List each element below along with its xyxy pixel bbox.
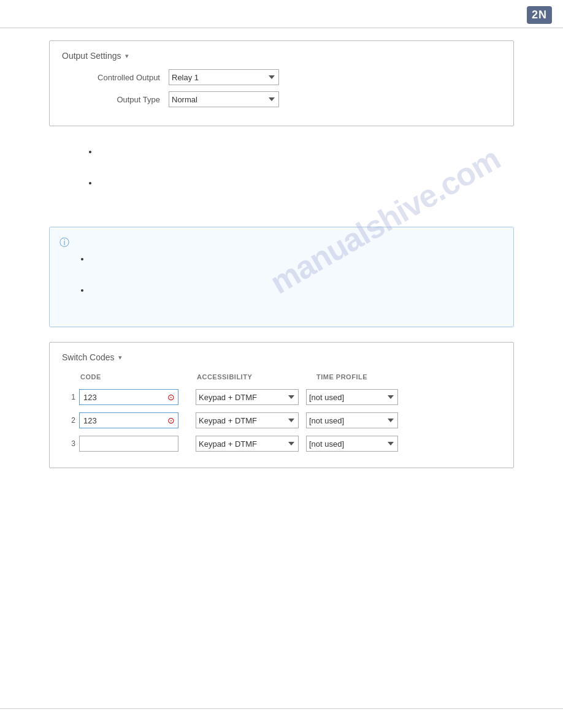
switch-codes-label: Switch Codes <box>62 352 115 362</box>
code-input-wrapper-2: ⊙ <box>79 412 178 428</box>
code-input-2[interactable] <box>79 412 178 428</box>
bullet-item-1 <box>98 147 514 156</box>
time-profile-select-1[interactable]: [not used] Profile 1 Profile 2 <box>306 389 398 405</box>
output-type-select[interactable]: Normal Inverted Bistable <box>169 91 279 107</box>
bullet-item-2 <box>98 178 514 188</box>
table-row: 1 ⊙ Keypad + DTMF Keypad only DTMF only … <box>62 385 501 409</box>
accessibility-select-1[interactable]: Keypad + DTMF Keypad only DTMF only <box>196 389 299 405</box>
controlled-output-select-wrapper: Relay 1 Relay 2 Output 1 <box>169 69 279 85</box>
code-input-3[interactable] <box>79 436 178 452</box>
table-header: CODE ACCESSIBILITY TIME PROFILE <box>62 371 501 385</box>
bullet-list <box>86 147 514 188</box>
time-profile-select-3[interactable]: [not used] Profile 1 Profile 2 <box>306 436 398 452</box>
info-list <box>59 254 504 295</box>
table-row: 2 ⊙ Keypad + DTMF Keypad only DTMF only … <box>62 409 501 432</box>
table-row: 3 Keypad + DTMF Keypad only DTMF only [n… <box>62 432 501 455</box>
row-number-3: 3 <box>62 439 79 448</box>
info-item-1 <box>90 254 504 264</box>
bullet-area <box>49 141 514 216</box>
output-settings-title[interactable]: Output Settings ▾ <box>62 51 501 61</box>
main-content: Output Settings ▾ Controlled Output Rela… <box>0 28 563 495</box>
switch-codes-chevron: ▾ <box>118 354 122 362</box>
controlled-output-select[interactable]: Relay 1 Relay 2 Output 1 <box>169 69 279 85</box>
col-time-profile-header: TIME PROFILE <box>316 373 427 381</box>
code-input-wrapper-3 <box>79 436 178 452</box>
controlled-output-row: Controlled Output Relay 1 Relay 2 Output… <box>62 69 501 85</box>
output-type-row: Output Type Normal Inverted Bistable <box>62 91 501 107</box>
row-number-2: 2 <box>62 416 79 425</box>
output-settings-section: Output Settings ▾ Controlled Output Rela… <box>49 40 514 126</box>
output-settings-chevron: ▾ <box>125 52 129 60</box>
warning-icon-1: ⊙ <box>167 392 175 402</box>
controlled-output-label: Controlled Output <box>62 73 160 82</box>
info-icon: ⓘ <box>59 237 69 249</box>
output-type-select-wrapper: Normal Inverted Bistable <box>169 91 279 107</box>
warning-icon-2: ⊙ <box>167 415 175 425</box>
code-input-wrapper-1: ⊙ <box>79 389 178 405</box>
row-number-1: 1 <box>62 393 79 401</box>
output-type-label: Output Type <box>62 95 160 104</box>
code-input-1[interactable] <box>79 389 178 405</box>
info-item-2 <box>90 286 504 295</box>
col-code-header: CODE <box>80 373 197 381</box>
info-box: ⓘ <box>49 227 514 327</box>
switch-codes-title[interactable]: Switch Codes ▾ <box>62 352 501 362</box>
output-settings-label: Output Settings <box>62 51 121 61</box>
info-box-header: ⓘ <box>59 236 504 249</box>
top-bar: 2N <box>0 0 563 28</box>
accessibility-select-3[interactable]: Keypad + DTMF Keypad only DTMF only <box>196 436 299 452</box>
accessibility-select-2[interactable]: Keypad + DTMF Keypad only DTMF only <box>196 412 299 428</box>
bottom-bar <box>0 708 563 728</box>
logo: 2N <box>527 6 552 24</box>
col-accessibility-header: ACCESSIBILITY <box>197 373 316 381</box>
time-profile-select-2[interactable]: [not used] Profile 1 Profile 2 <box>306 412 398 428</box>
switch-codes-section: Switch Codes ▾ CODE ACCESSIBILITY TIME P… <box>49 342 514 468</box>
